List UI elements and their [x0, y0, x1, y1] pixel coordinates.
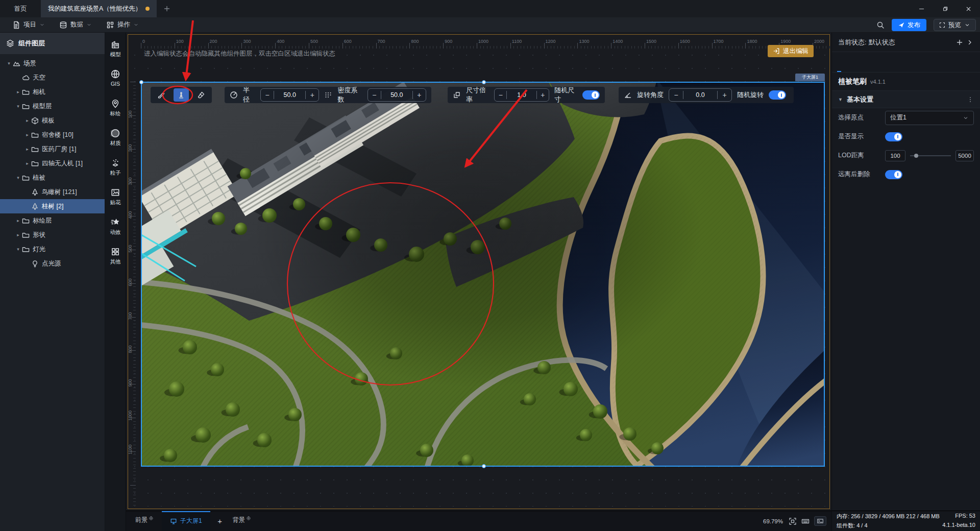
remove-far-toggle[interactable]: [885, 170, 902, 179]
angle-stepper: − 0.0 +: [669, 88, 732, 102]
layer-tree-item[interactable]: ▸ 形状: [0, 228, 105, 242]
random-size-toggle[interactable]: [582, 90, 600, 100]
ruler-label: 300: [243, 39, 251, 44]
lod-min-input[interactable]: 100: [885, 150, 905, 161]
rail-item[interactable]: GIS: [105, 69, 126, 99]
rail-item[interactable]: 动效: [105, 218, 126, 247]
layer-tree-item[interactable]: ▸ 相机: [0, 85, 105, 99]
add-state-button[interactable]: [955, 38, 964, 46]
rail-item[interactable]: 贴花: [105, 188, 126, 218]
expand-arrow-icon[interactable]: ▸: [14, 218, 22, 223]
increase-button[interactable]: +: [536, 91, 549, 99]
layer-tree-item[interactable]: ▾ 模型层: [0, 99, 105, 113]
add-screen-button[interactable]: +: [212, 517, 228, 525]
maximize-button[interactable]: [933, 0, 957, 17]
decrease-button[interactable]: −: [368, 91, 381, 99]
spray-tool-button[interactable]: [174, 88, 188, 102]
layer-tree-item[interactable]: 天空: [0, 70, 105, 85]
rail-item[interactable]: 粒子: [105, 158, 126, 188]
fit-view-icon[interactable]: [789, 517, 797, 525]
caret-down-icon: ▼: [838, 97, 843, 102]
zoom-level[interactable]: 69.79%: [763, 518, 783, 524]
expand-arrow-icon[interactable]: ▾: [14, 175, 22, 180]
expand-arrow-icon[interactable]: ▾: [5, 61, 13, 66]
minimize-button[interactable]: [910, 0, 933, 17]
expand-arrow-icon[interactable]: ▾: [14, 104, 22, 109]
scene-icon: [13, 60, 20, 67]
background-layer-button[interactable]: 背景: [230, 516, 254, 527]
slider-knob[interactable]: [914, 154, 918, 158]
publish-button[interactable]: 发布: [892, 19, 926, 31]
random-rotation-toggle[interactable]: [769, 90, 786, 100]
tab-document[interactable]: 我的建筑底座场景A（性能优先）: [41, 0, 157, 17]
lod-max-input[interactable]: 5000: [955, 150, 974, 161]
keyboard-icon[interactable]: [801, 517, 810, 525]
expand-arrow-icon[interactable]: ▾: [14, 247, 22, 252]
layer-tree-item[interactable]: 鸟瞰树 [121]: [0, 185, 105, 199]
tab-home[interactable]: 首页: [0, 0, 41, 17]
increase-button[interactable]: +: [717, 91, 731, 99]
lod-slider[interactable]: [910, 155, 951, 156]
visible-label: 是否显示: [838, 132, 885, 141]
brush-tool-button[interactable]: [154, 88, 168, 102]
expand-arrow-icon[interactable]: ▸: [23, 118, 31, 123]
layer-tree-item[interactable]: ▸ 模板: [0, 113, 105, 128]
expand-arrow-icon[interactable]: ▸: [23, 132, 31, 137]
density-value[interactable]: 50.0: [381, 91, 412, 99]
origin-select[interactable]: 位置1: [885, 111, 974, 125]
layer-tree-item[interactable]: ▸ 四轴无人机 [1]: [0, 156, 105, 171]
increase-button[interactable]: +: [305, 91, 318, 99]
decrease-button[interactable]: −: [261, 91, 274, 99]
console-icon[interactable]: [814, 516, 826, 526]
search-icon[interactable]: [876, 21, 885, 29]
size-value[interactable]: 1.0: [507, 91, 536, 99]
layer-label: 灯光: [33, 245, 45, 254]
layer-tree-item[interactable]: ▾ 灯光: [0, 242, 105, 256]
new-tab-button[interactable]: [157, 0, 177, 17]
close-button[interactable]: [957, 0, 980, 17]
visible-toggle[interactable]: [885, 132, 902, 141]
exit-edit-button[interactable]: 退出编辑: [768, 45, 814, 57]
expand-arrow-icon[interactable]: ▸: [14, 89, 22, 94]
screen-tab[interactable]: 子大屏1: [162, 511, 210, 531]
eraser-tool-button[interactable]: [194, 88, 209, 102]
components-value: 4 / 4: [856, 522, 867, 528]
rail-item[interactable]: 其他: [105, 247, 126, 277]
preview-button[interactable]: 预览: [934, 19, 976, 31]
radius-value[interactable]: 50.0: [274, 91, 305, 99]
menu-item[interactable]: 操作: [99, 17, 146, 32]
circled-plus-icon[interactable]: [149, 516, 154, 521]
layer-label: 宿舍楼 [10]: [42, 131, 74, 139]
scene-viewport[interactable]: [141, 82, 825, 467]
field-visible: 是否显示: [832, 127, 980, 146]
layer-tree-item[interactable]: ▸ 宿舍楼 [10]: [0, 128, 105, 142]
decrease-button[interactable]: −: [495, 91, 507, 99]
rail-item[interactable]: 材质: [105, 129, 126, 158]
expand-arrow-icon[interactable]: ▸: [14, 232, 22, 237]
close-icon: [965, 6, 972, 12]
layer-tree-item[interactable]: ▾ 植被: [0, 171, 105, 185]
rail-item[interactable]: 标绘: [105, 99, 126, 129]
expand-arrow-icon[interactable]: ▸: [23, 161, 31, 166]
layer-label: 标绘层: [33, 216, 52, 225]
menu-item[interactable]: 数据: [52, 17, 99, 32]
layer-tree-item[interactable]: 点光源: [0, 256, 105, 271]
section-basic-settings[interactable]: ▼ 基本设置: [832, 91, 980, 108]
plus-icon: [163, 5, 171, 13]
chevron-right-icon[interactable]: [966, 38, 974, 46]
layer-tree-item[interactable]: 桂树 [2]: [0, 199, 105, 213]
circled-plus-icon[interactable]: [246, 516, 251, 521]
menu-item[interactable]: 项目: [5, 17, 52, 32]
increase-button[interactable]: +: [412, 91, 426, 99]
angle-value[interactable]: 0.0: [683, 91, 717, 99]
folder-icon: [22, 231, 30, 239]
layer-tree-item[interactable]: ▸ 医药厂房 [1]: [0, 142, 105, 156]
more-options-icon[interactable]: [967, 96, 974, 103]
layer-tree-item[interactable]: ▾ 场景: [0, 56, 105, 70]
expand-arrow-icon[interactable]: ▸: [23, 147, 31, 152]
layer-tree-item[interactable]: ▸ 标绘层: [0, 213, 105, 228]
rail-item[interactable]: 模型: [105, 40, 126, 69]
foreground-layer-button[interactable]: 前景: [132, 516, 157, 527]
canvas-area[interactable]: 0100200300400500600700800900100011001200…: [126, 33, 831, 511]
decrease-button[interactable]: −: [669, 91, 683, 99]
